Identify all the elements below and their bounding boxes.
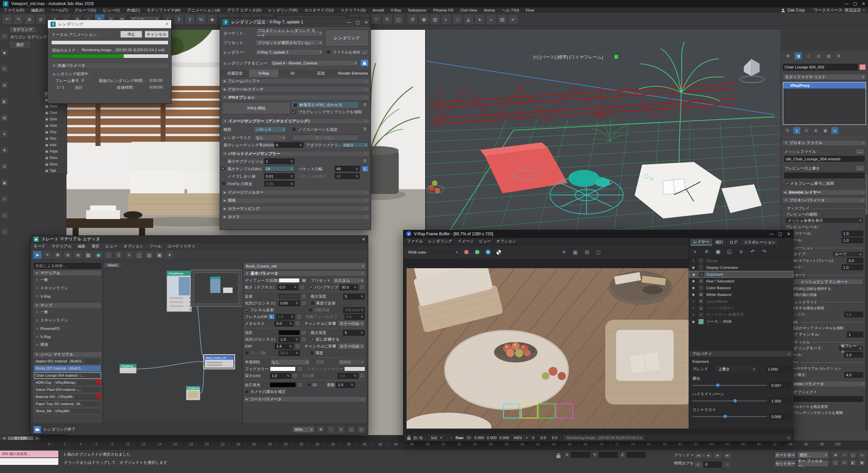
menu-item[interactable]: スクリプト(S) — [340, 8, 366, 13]
scatter-color-swatch[interactable] — [344, 367, 365, 371]
vfb-layer-row[interactable]: ⊘ ✚ Lens Effects — [689, 298, 793, 305]
vfb-menu[interactable]: オプション — [496, 239, 516, 244]
layer-tool-icon[interactable]: ◱ — [726, 248, 734, 256]
eye-icon[interactable]: ◉ — [44, 150, 49, 153]
renderer-dropdown[interactable]: V-Ray 7, update 1▾ — [255, 49, 323, 55]
lod-scale-field[interactable]: 1.0 — [842, 231, 863, 236]
render-mode-dropdown[interactable]: 毎フレーム▾ — [839, 346, 863, 351]
maxscript-listener-white[interactable] — [0, 458, 58, 465]
exposure-value[interactable]: 0.097 — [770, 382, 790, 388]
menu-item[interactable]: Phoenix FD — [433, 8, 454, 12]
toolbar-icon[interactable]: ◆ — [207, 14, 217, 24]
modifier-stack-tool-icon[interactable]: ▣ — [822, 127, 829, 134]
zoom-region-icon[interactable]: ⊡ — [337, 426, 345, 433]
eye-icon[interactable]: ◉ — [44, 117, 49, 121]
toolbar-icon[interactable]: 3 — [174, 14, 184, 24]
max-samples-checkbox[interactable]: ✔ — [221, 166, 225, 171]
distance-falloff-field[interactable]: 0.0⇅ — [344, 314, 365, 320]
abbe-field[interactable]: 50.0⇅ — [279, 350, 300, 356]
time-slider-handle[interactable]: 0 / 100 — [7, 436, 34, 440]
contrast-value[interactable]: 0.068 — [770, 414, 790, 419]
ior-field[interactable]: 1.6⇅ — [275, 343, 294, 349]
command-panel-tab-icon[interactable]: ▥ — [825, 52, 832, 60]
layer-tool-icon[interactable]: ✕ — [703, 248, 711, 256]
menu-item[interactable]: アニメーション(A) — [187, 8, 220, 13]
translucency-dropdown[interactable]: なし▾ — [270, 359, 310, 365]
noise-threshold-field[interactable]: 0.01⇅ — [264, 173, 295, 179]
rollout-frame-buffer[interactable]: ▶フレームバッファ⠿ — [221, 78, 370, 84]
set-key-button[interactable]: セットキー — [775, 460, 796, 467]
edge-max-field[interactable]: 4.0 — [844, 372, 863, 378]
material-editor-tool-icon[interactable]: ◫ — [135, 251, 143, 259]
x-coordinate-field[interactable] — [571, 452, 590, 458]
material-editor-menu[interactable]: 選択 — [92, 244, 99, 249]
import-as-mesh-button[interactable]: メッシュとしてインポート — [786, 279, 863, 285]
toolbar-icon[interactable]: ◐ — [441, 14, 451, 24]
prev-frame-icon[interactable]: ◀ — [1, 436, 7, 440]
eye-icon[interactable]: ◉ — [691, 279, 696, 283]
material-group[interactable]: +一般 — [33, 276, 102, 284]
render-view-dropdown[interactable]: Quad 4 - Render_Camera▾ — [270, 60, 358, 66]
sss-map-button[interactable] — [359, 373, 365, 378]
lock-noise-checkbox[interactable] — [292, 127, 296, 131]
menu-item[interactable]: ファイル(F) — [3, 8, 24, 13]
pixel-zoom-dropdown[interactable]: 1x1▾ — [429, 435, 444, 440]
left-toolbar-icon[interactable]: ↻ — [1, 65, 8, 73]
menu-item[interactable]: グループ(G) — [75, 8, 96, 13]
material-editor-menu[interactable]: モード — [34, 244, 45, 249]
dim-distance-field[interactable]: 100.0cm⇅ — [343, 307, 365, 313]
viewport-label[interactable]: [+] [パース] [標準] [ワイヤフレーム] — [533, 54, 603, 60]
start-object-field[interactable] — [786, 396, 863, 402]
eye-icon[interactable]: ⊘ — [691, 313, 696, 317]
rollout-ipr-options[interactable]: ▼IPRオプション⠿ — [221, 95, 370, 100]
layer-tool-icon[interactable]: ↷ — [760, 248, 768, 256]
modifier-stack-item[interactable]: VRayProxy — [783, 82, 866, 88]
vfb-layer-row[interactable]: ◉ ⌒ Display Correction — [689, 264, 793, 271]
gi-checkbox[interactable] — [307, 383, 311, 387]
modifier-stack-tool-icon[interactable]: ⊙ — [803, 127, 810, 134]
highlight-burn-slider[interactable] — [692, 400, 767, 401]
menu-item[interactable]: V-Ray — [391, 8, 401, 12]
material-editor-tool-icon[interactable]: ✚ — [53, 251, 62, 259]
vfb-tool-icon[interactable]: ✦ — [559, 248, 568, 257]
rollout-image-filter[interactable]: ▶イメージフィルター⠿ — [221, 190, 370, 195]
playback-icon[interactable]: |◀ — [694, 452, 703, 459]
explorer-row[interactable]: ◉ Indo — [44, 142, 67, 148]
modifier-stack-tool-icon[interactable]: ≡ — [831, 127, 839, 134]
material-editor-tool-icon[interactable]: ▦ — [84, 251, 93, 259]
modifier-stack-tool-icon[interactable]: ⊗ — [812, 127, 820, 134]
backface-checkbox[interactable] — [311, 301, 315, 305]
vfb-tool-icon[interactable]: ▣ — [571, 248, 580, 257]
rollout-color-mapping[interactable]: ▶カラーマッピング⠿ — [221, 206, 370, 212]
refraction-depth-field[interactable]: 5⇅ — [343, 330, 365, 336]
tab-common[interactable]: 共通設定 — [221, 70, 249, 77]
command-panel-tab-icon[interactable]: ◨ — [794, 52, 802, 60]
eye-icon[interactable]: ◉ — [44, 169, 49, 173]
pan-icon[interactable]: ✥ — [317, 426, 324, 433]
refraction-glossiness-field[interactable]: 1.0⇅ — [279, 337, 300, 342]
toolbar-icon[interactable] — [405, 14, 407, 24]
eye-icon[interactable]: ⊘ — [691, 259, 696, 262]
maxscript-listener-pink[interactable]: 294 個の未使用... — [0, 451, 58, 457]
layer-tool-icon[interactable]: ▣ — [714, 248, 722, 256]
tab-vray[interactable]: V-Ray — [249, 70, 278, 77]
max-samples-field[interactable]: 24⇅ — [264, 166, 295, 172]
material-editor-tool-icon[interactable]: ≡ — [124, 251, 133, 259]
material-editor-tool-icon[interactable]: ▣ — [155, 251, 164, 259]
explorer-row[interactable]: ◉ Pape — [44, 148, 67, 155]
fit-vfb-checkbox[interactable] — [293, 103, 297, 107]
render-mask-dropdown[interactable]: なし▾ — [254, 135, 287, 141]
abbe-checkbox[interactable] — [245, 351, 249, 355]
eye-icon[interactable]: ◉ — [691, 286, 696, 290]
explorer-row[interactable]: ◉ Renc — [44, 155, 67, 161]
viewport-nav-icon[interactable]: ▭ — [858, 452, 866, 458]
toolbar-icon[interactable]: ◉ — [419, 14, 429, 24]
left-toolbar-icon[interactable]: ▣ — [1, 179, 8, 186]
explorer-row[interactable]: ◉ Tabl — [44, 167, 67, 174]
user-name[interactable]: Oak Corp — [787, 8, 805, 13]
rollout-alembic-layers[interactable]: ▶Alembic レイヤー⠿ — [782, 190, 867, 195]
tab-layers[interactable]: レイヤー — [690, 239, 712, 245]
left-toolbar-icon[interactable]: ⌖ — [1, 33, 8, 40]
modifier-stack-tool-icon[interactable]: ▯ — [793, 127, 801, 134]
maximize-icon[interactable]: ▢ — [356, 20, 360, 25]
